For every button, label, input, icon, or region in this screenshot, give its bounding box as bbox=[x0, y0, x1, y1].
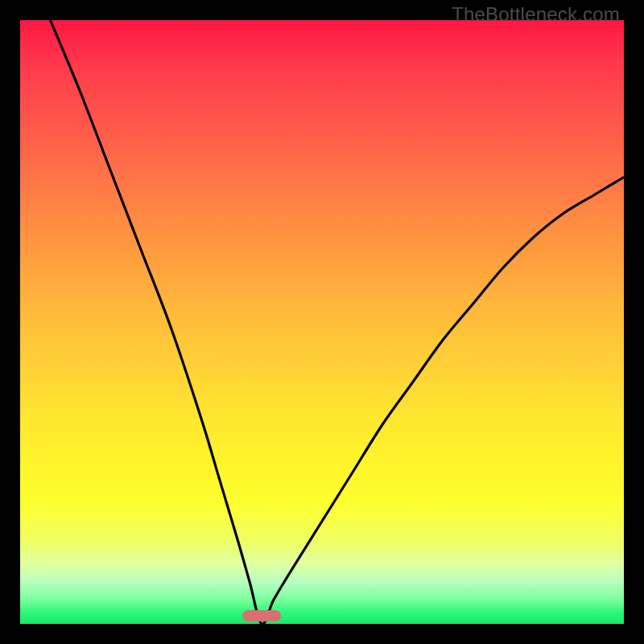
optimal-marker bbox=[242, 610, 281, 621]
plot-frame bbox=[20, 20, 624, 624]
watermark-text: TheBottleneck.com bbox=[452, 3, 620, 26]
curve-svg bbox=[20, 20, 624, 624]
bottleneck-curve bbox=[51, 20, 625, 624]
plot-area bbox=[20, 20, 624, 624]
